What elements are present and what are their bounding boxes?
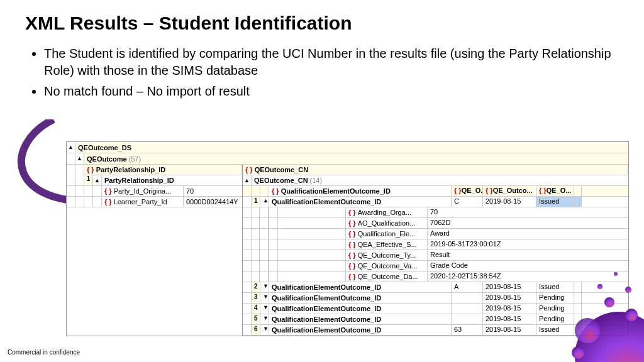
xml-tree-panel: ▲ QEOutcome_DS ▲ QEOutcome (57) { }Party… [66, 141, 629, 336]
row-name[interactable]: QualificationElementOutcome_ID [269, 314, 452, 324]
toggle-icon[interactable]: ▼ [260, 314, 269, 324]
xml-value: Award [428, 229, 516, 239]
xml-field[interactable]: { }Party_Id_Origina... [102, 186, 184, 196]
toggle-icon[interactable]: ▲ [67, 142, 75, 153]
table-row[interactable]: 6▼QualificationElementOutcome_ID632019-0… [243, 325, 628, 336]
row-name[interactable]: QualificationElementOutcome_ID [269, 282, 452, 292]
sub-field-row: { }QE_Outcome_Va...Grade Code [243, 261, 628, 272]
xml-value: 2020-12-02T15:38:54Z [428, 272, 516, 282]
col-header-partyrel[interactable]: { }PartyRelationship_ID [84, 165, 242, 175]
xml-field[interactable]: { }QE_Outcome_Va... [346, 261, 428, 271]
node-qeoutcome-ds[interactable]: QEOutcome_DS [75, 142, 628, 153]
xml-value: Result [428, 250, 516, 260]
group-partyrel[interactable]: PartyRelationship_ID [102, 175, 242, 185]
toggle-icon[interactable]: ▲ [260, 197, 269, 207]
row-name[interactable]: QualificationElementOutcome_ID [269, 293, 452, 303]
group-qeoutcome-cn[interactable]: QEOutcome_CN (14) [252, 175, 628, 185]
xml-field[interactable]: { }Learner_Party_Id [102, 197, 184, 207]
xml-field[interactable]: { }QEA_Effective_S... [346, 239, 428, 250]
table-row[interactable]: 1▲QualificationElementOutcome_IDC2019-08… [243, 197, 628, 207]
table-row[interactable]: 4▼QualificationElementOutcome_ID2019-08-… [243, 304, 628, 314]
toggle-icon[interactable]: ▼ [260, 304, 269, 314]
sub-field-row: { }QEA_Effective_S...2019-05-31T23:00:01… [243, 239, 628, 250]
toggle-icon[interactable]: ▼ [260, 293, 269, 303]
row-name[interactable]: QualificationElementOutcome_ID [269, 197, 452, 207]
table-row[interactable]: 5▼QualificationElementOutcome_ID2019-08-… [243, 314, 628, 325]
toggle-icon[interactable]: ▲ [93, 175, 102, 185]
toggle-icon[interactable]: ▲ [243, 175, 252, 185]
sub-field-row: { }AO_Qualification...7062D [243, 218, 628, 229]
sub-field-row: { }QE_Outcome_Ty...Result [243, 250, 628, 261]
toggle-icon[interactable]: ▼ [260, 282, 269, 292]
bullet-2: No match found – No import of result [44, 83, 619, 100]
xml-value: 7062D [428, 218, 516, 228]
footer-confidential: Commercial in confidence [8, 349, 80, 356]
sub-field-row: { }QE_Outcome_Da...2020-12-02T15:38:54Z [243, 272, 628, 282]
bullet-list: The Student is identified by comparing t… [25, 45, 619, 100]
row-name[interactable]: QualificationElementOutcome_ID [269, 336, 452, 336]
toggle-icon[interactable]: ▼ [260, 325, 269, 335]
xml-field[interactable]: { }AO_Qualification... [346, 218, 428, 228]
table-row[interactable]: 3▼QualificationElementOutcome_ID2019-08-… [243, 293, 628, 304]
col-header-qeoutcome-cn[interactable]: { }QEOutcome_CN [243, 165, 628, 175]
xml-field[interactable]: { }QE_Outcome_Da... [346, 272, 428, 282]
xml-value: 70 [428, 207, 516, 217]
sub-field-row: { }Qualification_Ele...Award [243, 229, 628, 239]
th-qeo-id[interactable]: { }QualificationElementOutcome_ID [269, 186, 452, 196]
table-row[interactable]: 7▼QualificationElementOutcome_ID602019-0… [243, 336, 628, 336]
xml-value: 2019-05-31T23:00:01Z [428, 239, 516, 250]
toggle-icon[interactable]: ▲ [75, 153, 84, 164]
xml-field[interactable]: { }Qualification_Ele... [346, 229, 428, 239]
xml-value: Grade Code [428, 261, 516, 271]
node-qeoutcome[interactable]: QEOutcome (57) [84, 153, 628, 164]
row-name[interactable]: QualificationElementOutcome_ID [269, 325, 452, 335]
xml-value: 0000D0024414Y [184, 197, 242, 207]
xml-field[interactable]: { }Awarding_Orga... [346, 207, 428, 217]
th-qeo-3[interactable]: { }QE_O... [536, 186, 574, 196]
th-qeo-2[interactable]: { }QE_Outco... [483, 186, 536, 196]
sub-field-row: { }Awarding_Orga...70 [243, 207, 628, 218]
xml-value: 70 [184, 186, 242, 196]
bullet-1: The Student is identified by comparing t… [44, 45, 619, 79]
svg-point-6 [572, 346, 584, 359]
xml-field[interactable]: { }QE_Outcome_Ty... [346, 250, 428, 260]
row-name[interactable]: QualificationElementOutcome_ID [269, 304, 452, 314]
toggle-icon[interactable]: ▼ [260, 336, 269, 336]
table-row[interactable]: 2▼QualificationElementOutcome_IDA2019-08… [243, 282, 628, 293]
page-title: XML Results – Student Identification [25, 13, 619, 34]
th-qeo-1[interactable]: { }QE_O... [452, 186, 483, 196]
